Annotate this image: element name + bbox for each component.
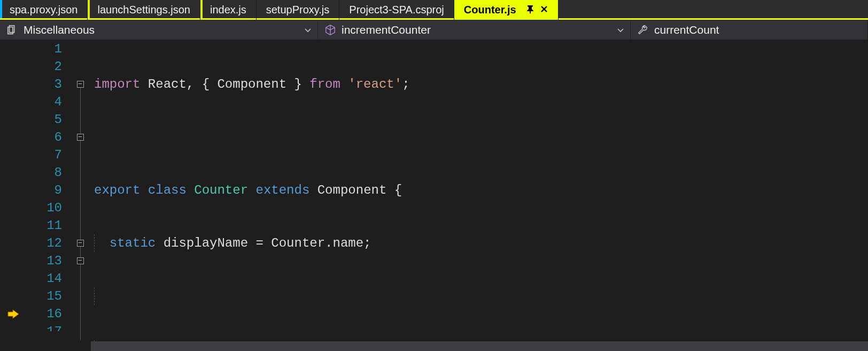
code-content[interactable]: import React, { Component } from 'react'… [91, 40, 868, 351]
tab-label: index.js [210, 4, 246, 16]
line-number: 11 [27, 217, 62, 234]
code-line [91, 128, 868, 146]
fold-toggle-icon[interactable]: − [77, 81, 84, 88]
line-number: 6 [27, 128, 62, 146]
chevron-down-icon [305, 24, 311, 36]
line-number: 12 [27, 234, 62, 252]
line-number: 7 [27, 146, 62, 164]
tab-counter-js[interactable]: Counter.js [454, 0, 559, 20]
fold-gutter: − − − − [69, 40, 91, 351]
tab-launch-settings[interactable]: launchSettings.json [88, 0, 200, 20]
line-number: 2 [27, 58, 62, 75]
navigation-bar: Miscellaneous incrementCounter currentCo… [0, 20, 868, 40]
line-number: 13 [27, 252, 62, 270]
line-numbers: 1 2 3 4 5 6 7 8 9 10 11 12 13 14 15 16 1… [27, 40, 69, 351]
tab-label: launchSettings.json [97, 4, 190, 16]
nav-scope-label: Miscellaneous [24, 24, 95, 36]
pin-icon[interactable] [526, 4, 534, 16]
tab-filler [559, 0, 868, 20]
cube-icon [324, 24, 336, 36]
fold-toggle-icon[interactable]: − [77, 134, 84, 141]
glyph-margin [0, 40, 27, 351]
fold-toggle-icon[interactable]: − [77, 240, 84, 247]
line-number: 17 [27, 323, 62, 331]
tab-csproj[interactable]: Project3-SPA.csproj [339, 0, 454, 20]
line-number: 9 [27, 181, 62, 199]
tab-index-js[interactable]: index.js [200, 0, 257, 20]
line-number: 1 [27, 40, 62, 58]
tab-spa-proxy[interactable]: spa.proxy.json [0, 0, 88, 20]
tab-label: Counter.js [464, 4, 516, 16]
line-number: 5 [27, 111, 62, 128]
wrench-icon [637, 24, 649, 36]
tab-bar: spa.proxy.json launchSettings.json index… [0, 0, 868, 20]
close-icon[interactable] [540, 4, 548, 16]
line-number: 10 [27, 199, 62, 217]
line-number: 8 [27, 164, 62, 181]
files-icon [6, 24, 18, 36]
horizontal-scrollbar[interactable] [91, 341, 868, 351]
code-line: import React, { Component } from 'react'… [91, 75, 868, 93]
chevron-down-icon [617, 24, 624, 36]
nav-field-dropdown[interactable]: currentCount [631, 20, 868, 40]
nav-member-label: incrementCounter [342, 24, 431, 36]
line-number: 4 [27, 93, 62, 111]
code-line: static displayName = Counter.name; [91, 234, 868, 252]
tab-label: Project3-SPA.csproj [349, 4, 444, 16]
tab-label: spa.proxy.json [10, 4, 78, 16]
tab-setup-proxy[interactable]: setupProxy.js [257, 0, 340, 20]
line-number: 14 [27, 270, 62, 287]
code-line: export class Counter extends Component { [91, 181, 868, 199]
current-statement-arrow-icon [0, 305, 27, 323]
line-number: 3 [27, 75, 62, 93]
line-number: 15 [27, 287, 62, 305]
nav-member-dropdown[interactable]: incrementCounter [318, 20, 631, 40]
nav-field-label: currentCount [654, 24, 719, 36]
line-number: 16 [27, 305, 62, 323]
nav-scope-dropdown[interactable]: Miscellaneous [0, 20, 318, 40]
tab-label: setupProxy.js [266, 4, 330, 16]
code-editor[interactable]: 1 2 3 4 5 6 7 8 9 10 11 12 13 14 15 16 1… [0, 40, 868, 351]
code-line [91, 287, 868, 305]
fold-toggle-icon[interactable]: − [77, 257, 84, 264]
